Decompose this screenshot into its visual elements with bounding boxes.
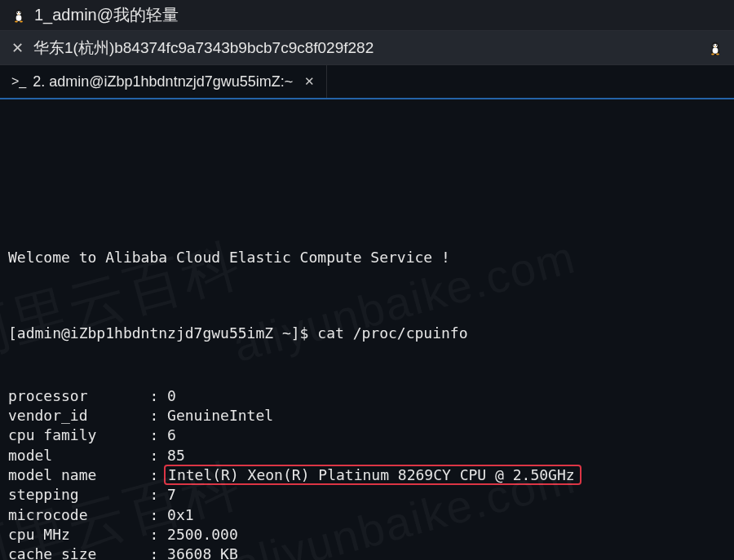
svg-point-12: [714, 44, 714, 45]
svg-point-10: [713, 47, 719, 54]
svg-point-5: [20, 11, 20, 12]
prompt-line: [admin@iZbp1hbdntnzjd7gwu55imZ ~]$ cat /…: [8, 324, 726, 343]
instance-info: 华东1(杭州)b84374fc9a7343b9bcb7c9c8f029f282: [33, 37, 374, 59]
welcome-line: Welcome to Alibaba Cloud Elastic Compute…: [8, 248, 726, 267]
penguin-icon: [11, 8, 26, 23]
subtitle-bar: ✕ 华东1(杭州)b84374fc9a7343b9bcb7c9c8f029f28…: [0, 31, 734, 65]
close-icon[interactable]: ✕: [11, 39, 24, 57]
svg-point-7: [20, 20, 23, 22]
cpuinfo-row: cpu MHz : 2500.000: [8, 525, 726, 545]
svg-point-15: [716, 53, 719, 55]
penguin-icon-right: [708, 41, 723, 55]
terminal-tab[interactable]: >_ 2. admin@iZbp1hbdntnzjd7gwu55imZ:~ ✕: [0, 65, 327, 98]
terminal-content[interactable]: 阿里云百科 阿里云百科 aliyunbaike.com aliyunbaike.…: [0, 99, 734, 560]
tab-close-icon[interactable]: ✕: [304, 74, 315, 89]
tab-label: 2. admin@iZbp1hbdntnzjd7gwu55imZ:~: [33, 73, 293, 90]
svg-point-13: [716, 44, 717, 45]
cpuinfo-row: stepping : 7: [8, 485, 726, 505]
cpuinfo-output: processor : 0vendor_id : GenuineIntelcpu…: [8, 386, 726, 560]
window-title: 1_admin@我的轻量: [34, 4, 179, 26]
cpuinfo-row: vendor_id : GenuineIntel: [8, 406, 726, 426]
highlighted-value: Intel(R) Xeon(R) Platinum 8269CY CPU @ 2…: [164, 465, 581, 485]
svg-point-14: [711, 53, 714, 55]
cpuinfo-row: model : 85: [8, 446, 726, 465]
tab-bar: >_ 2. admin@iZbp1hbdntnzjd7gwu55imZ:~ ✕: [0, 65, 734, 99]
cpuinfo-row: microcode : 0x1: [8, 505, 726, 525]
cpuinfo-row: cache size : 36608 KB: [8, 545, 726, 560]
cpuinfo-row: processor : 0: [8, 386, 726, 406]
svg-point-4: [17, 11, 18, 12]
svg-point-6: [15, 20, 18, 22]
terminal-prompt-icon: >_: [11, 74, 26, 89]
title-bar: 1_admin@我的轻量: [0, 0, 734, 31]
cpuinfo-row: cpu family : 6: [8, 426, 726, 445]
cpuinfo-row: model name : Intel(R) Xeon(R) Platinum 8…: [8, 465, 726, 485]
svg-point-2: [16, 15, 22, 21]
